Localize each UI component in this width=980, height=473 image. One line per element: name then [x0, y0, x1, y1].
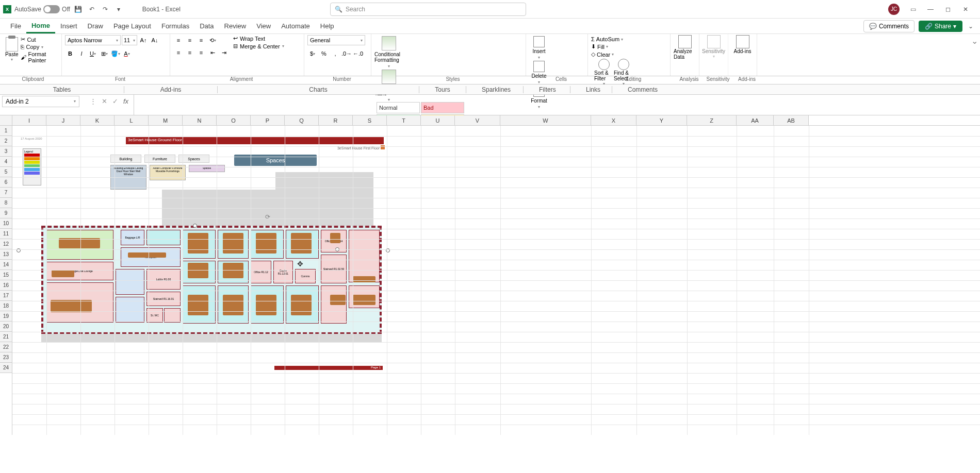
insert-cells-button[interactable]: Insert▾ [529, 35, 549, 60]
merge-center-button[interactable]: ⊟Merge & Center ▾ [233, 43, 284, 49]
font-name-select[interactable]: Aptos Narrow▾ [65, 35, 121, 45]
borders-button[interactable]: ⊞▾ [99, 48, 109, 59]
row-header-14[interactable]: 14 [0, 260, 12, 270]
align-center-button[interactable]: ≡ [185, 47, 195, 58]
row-header-15[interactable]: 15 [0, 270, 12, 280]
row-header-8[interactable]: 8 [0, 198, 12, 208]
row-header-1[interactable]: 1 [0, 126, 12, 136]
row-header-21[interactable]: 21 [0, 332, 12, 342]
expand-namebox-icon[interactable]: ⋮ [90, 97, 96, 105]
qat-dropdown-icon[interactable]: ▾ [113, 4, 124, 14]
tab-automate[interactable]: Automate [276, 20, 315, 32]
align-top-button[interactable]: ≡ [173, 35, 184, 45]
paste-button[interactable]: Paste ▾ [3, 35, 21, 63]
col-header-AA[interactable]: AA [737, 115, 774, 125]
row-header-19[interactable]: 19 [0, 311, 12, 322]
fp-tab-furniture[interactable]: Furniture [144, 155, 175, 163]
number-format-select[interactable]: General▾ [307, 35, 365, 45]
tab-insert[interactable]: Insert [55, 20, 83, 32]
floorplan-addin-object[interactable]: 17 August 2020 3eSmart House Ground Floo… [18, 133, 389, 370]
context-filters[interactable]: Filters [524, 86, 570, 93]
comma-button[interactable]: , [330, 48, 340, 59]
row-header-18[interactable]: 18 [0, 301, 12, 311]
tab-help[interactable]: Help [315, 20, 339, 32]
decrease-font-button[interactable]: A↓ [150, 35, 160, 45]
row-header-6[interactable]: 6 [0, 177, 12, 188]
col-header-K[interactable]: K [80, 115, 115, 125]
delete-cells-button[interactable]: Delete▾ [529, 60, 549, 85]
col-header-T[interactable]: T [387, 115, 421, 125]
undo-icon[interactable]: ↶ [87, 4, 97, 14]
collapse-ribbon-icon[interactable]: ⌄ [967, 22, 975, 30]
col-header-W[interactable]: W [500, 115, 591, 125]
col-header-V[interactable]: V [455, 115, 500, 125]
save-icon[interactable]: 💾 [73, 4, 84, 14]
col-header-Y[interactable]: Y [636, 115, 687, 125]
autosum-button[interactable]: ΣAutoSum ▾ [591, 36, 667, 42]
row-header-22[interactable]: 22 [0, 342, 12, 352]
tab-view[interactable]: View [251, 20, 276, 32]
fx-icon[interactable]: fx [123, 97, 128, 105]
col-header-L[interactable]: L [115, 115, 149, 125]
context-sparklines[interactable]: Sparklines [466, 86, 523, 93]
increase-decimal-button[interactable]: .0→ [341, 48, 352, 59]
row-header-3[interactable]: 3 [0, 146, 12, 157]
orientation-button[interactable]: ⟲▾ [207, 35, 218, 45]
context-tours[interactable]: Tours [419, 86, 466, 93]
col-header-M[interactable]: M [149, 115, 183, 125]
analyze-data-button[interactable]: Analyze Data [671, 34, 699, 76]
col-header-I[interactable]: I [12, 115, 46, 125]
close-icon[interactable]: ✕ [961, 5, 970, 13]
accept-formula-icon[interactable]: ✓ [112, 97, 118, 105]
collapse-ribbon-chevron-icon[interactable]: ⌄ [969, 34, 980, 76]
user-avatar[interactable]: JC [888, 4, 900, 15]
sort-filter-button[interactable]: Sort & Filter▾ [594, 58, 614, 86]
worksheet-grid[interactable]: 17 August 2020 3eSmart House Ground Floo… [12, 126, 980, 435]
increase-indent-button[interactable]: ⇥ [219, 47, 229, 58]
rotate-handle-icon[interactable]: ⟳ [265, 213, 272, 221]
context-tables[interactable]: Tables [0, 86, 124, 93]
col-header-O[interactable]: O [217, 115, 251, 125]
row-header-5[interactable]: 5 [0, 167, 12, 177]
copy-button[interactable]: ⎘Copy ▾ [21, 44, 59, 50]
decrease-decimal-button[interactable]: ←.0 [353, 48, 363, 59]
col-header-N[interactable]: N [183, 115, 217, 125]
row-header-17[interactable]: 17 [0, 291, 12, 301]
minimize-icon[interactable]: — [926, 5, 935, 13]
find-select-button[interactable]: Find & Select▾ [614, 58, 633, 86]
align-bottom-button[interactable]: ≡ [196, 35, 206, 45]
row-header-13[interactable]: 13 [0, 249, 12, 260]
ribbon-mode-icon[interactable]: ▭ [909, 5, 917, 13]
col-header-S[interactable]: S [353, 115, 387, 125]
maximize-icon[interactable]: ◻ [944, 5, 952, 13]
conditional-formatting-button[interactable]: Conditional Formatting▾ [374, 35, 403, 69]
name-box[interactable]: Add-in 2▾ [2, 96, 79, 107]
row-header-10[interactable]: 10 [0, 218, 12, 229]
font-color-button[interactable]: A▾ [122, 48, 132, 59]
style-normal[interactable]: Normal [377, 102, 420, 113]
row-header-9[interactable]: 9 [0, 208, 12, 218]
bold-button[interactable]: B [65, 48, 75, 59]
autosave-toggle[interactable]: AutoSave Off [14, 5, 70, 13]
addins-button[interactable]: Add-ins [728, 34, 757, 76]
tab-review[interactable]: Review [219, 20, 252, 32]
align-right-button[interactable]: ≡ [196, 47, 206, 58]
comments-button[interactable]: 💬 Comments [863, 20, 914, 32]
row-header-23[interactable]: 23 [0, 352, 12, 363]
row-header-20[interactable]: 20 [0, 322, 12, 332]
row-header-11[interactable]: 11 [0, 229, 12, 239]
percent-button[interactable]: % [319, 48, 329, 59]
tab-draw[interactable]: Draw [83, 20, 108, 32]
wrap-text-button[interactable]: ↩Wrap Text [233, 35, 284, 42]
col-header-Q[interactable]: Q [285, 115, 319, 125]
row-header-2[interactable]: 2 [0, 136, 12, 146]
currency-button[interactable]: $▾ [307, 48, 318, 59]
context-comments[interactable]: Comments [612, 86, 669, 93]
increase-font-button[interactable]: A↑ [138, 35, 149, 45]
row-header-7[interactable]: 7 [0, 188, 12, 198]
row-header-16[interactable]: 16 [0, 280, 12, 291]
select-all-corner[interactable] [0, 115, 12, 125]
col-header-U[interactable]: U [421, 115, 455, 125]
row-header-24[interactable]: 24 [0, 363, 12, 373]
format-painter-button[interactable]: 🖌Format Painter [21, 51, 59, 63]
